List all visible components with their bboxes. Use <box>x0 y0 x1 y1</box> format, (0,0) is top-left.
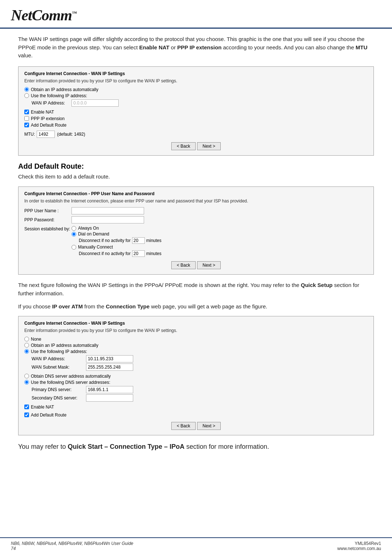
session-label: Session established by: <box>24 226 72 231</box>
dns-radio-auto[interactable]: Obtain DNS server address automatically <box>24 374 368 379</box>
session-dial-demand[interactable]: Dial on Demand <box>72 231 162 237</box>
session-manually[interactable]: Manually Connect <box>72 245 162 250</box>
ppp-user-label: PPP User Name : <box>24 208 72 213</box>
config-box-3: Configure Internet Connection - WAN IP S… <box>18 316 374 435</box>
radio3-manual-label: Use the following IP address: <box>31 349 87 354</box>
radio-obtain-auto-input[interactable] <box>24 87 29 92</box>
add-default-route-checkbox-3[interactable]: Add Default Route <box>24 413 368 418</box>
radio3-auto-input[interactable] <box>24 343 29 348</box>
dns-radio-manual-label: Use the following DNS server addresses: <box>31 380 110 385</box>
radio3-manual-input[interactable] <box>24 349 29 354</box>
radio-none-input[interactable] <box>24 337 29 341</box>
ppp-ext-input[interactable] <box>24 116 29 121</box>
session-always-on[interactable]: Always On <box>72 226 162 231</box>
radio3-auto-label: Obtain an IP address automatically <box>31 343 98 348</box>
session-dial-demand-input[interactable] <box>72 232 76 237</box>
dns-radio-manual-input[interactable] <box>24 380 29 385</box>
section2-button-row: < Back Next > <box>24 261 368 269</box>
section1-intro: The WAN IP settings page will differ sli… <box>18 35 374 60</box>
wan-subnet-input[interactable] <box>86 364 133 371</box>
final-text: You may refer to Quick Start – Connectio… <box>18 442 374 452</box>
section1-next-button[interactable]: Next > <box>197 142 221 150</box>
primary-dns-label: Primary DNS server: <box>32 387 86 392</box>
add-default-route-input-3[interactable] <box>24 413 29 417</box>
config-box-2-subtitle: In order to establish the Internet conne… <box>24 198 368 204</box>
ppp-ext-label: PPP IP extension <box>31 116 65 121</box>
mtu-input[interactable] <box>37 131 55 138</box>
session-manually-sub: Disconnect if no activity for minutes <box>79 250 162 257</box>
wan-ip-row: WAN IP Address: <box>32 99 368 107</box>
session-minutes-unit-2: minutes <box>146 251 162 256</box>
enable-nat-input[interactable] <box>24 110 29 114</box>
page-wrapper: NetComm™ The WAN IP settings page will d… <box>0 0 392 554</box>
wan-ip-input-3[interactable] <box>86 355 133 362</box>
session-minutes-unit-1: minutes <box>146 238 162 243</box>
section2-next-button[interactable]: Next > <box>197 261 221 269</box>
wan-ip-label: WAN IP Address: <box>32 100 72 106</box>
ppp-pass-input[interactable] <box>72 216 144 223</box>
primary-dns-row: Primary DNS server: <box>32 386 368 393</box>
secondary-dns-input[interactable] <box>86 394 133 402</box>
secondary-dns-row: Secondary DNS server: <box>32 394 368 402</box>
radio3-manual[interactable]: Use the following IP address: <box>24 349 368 354</box>
radio-obtain-auto[interactable]: Obtain an IP address automatically <box>24 87 368 92</box>
logo-text: NetComm <box>11 7 72 24</box>
wan-ip-row-3: WAN IP Address: <box>32 355 368 362</box>
ppp-ext-checkbox[interactable]: PPP IP extension <box>24 116 368 121</box>
session-minutes-input-2[interactable] <box>132 250 145 257</box>
config-box-3-title: Configure Internet Connection - WAN IP S… <box>24 321 368 326</box>
add-default-route-checkbox-1[interactable]: Add Default Route <box>24 123 368 128</box>
session-row: Session established by: Always On Dial o… <box>24 226 368 257</box>
radio-obtain-auto-label: Obtain an IP address automatically <box>31 87 98 92</box>
session-dial-demand-sub: Disconnect if no activity for minutes <box>79 237 162 244</box>
radio-use-following-input[interactable] <box>24 93 29 98</box>
footer: NB6, NB6W, NB6Plus4, NB6Plus4W, NB6Plus4… <box>0 537 392 554</box>
session-disconnect-label-2: Disconnect if no activity for <box>79 251 131 256</box>
enable-nat-input-3[interactable] <box>24 405 29 409</box>
mtu-default: (default: 1492) <box>57 132 85 137</box>
logo: NetComm™ <box>11 7 381 24</box>
config-box-2-title: Configure Internet Connection - PPP User… <box>24 191 368 196</box>
session-always-on-label: Always On <box>78 226 99 231</box>
ppp-user-row: PPP User Name : <box>24 207 368 214</box>
add-default-route-label-1: Add Default Route <box>31 123 66 128</box>
session-dial-demand-label: Dial on Demand <box>78 231 109 237</box>
footer-right: YML854Rev1 www.netcomm.com.au <box>337 541 381 551</box>
config-box-3-subtitle: Enter information provided to you by you… <box>24 328 368 333</box>
add-default-route-input-1[interactable] <box>24 123 29 127</box>
add-default-route-label-3: Add Default Route <box>31 413 66 418</box>
footer-left: NB6, NB6W, NB6Plus4, NB6Plus4W, NB6Plus4… <box>11 541 133 551</box>
radio3-auto[interactable]: Obtain an IP address automatically <box>24 343 368 348</box>
enable-nat-label: Enable NAT <box>31 110 54 115</box>
config-box-1: Configure Internet Connection - WAN IP S… <box>18 66 374 156</box>
dns-radio-manual[interactable]: Use the following DNS server addresses: <box>24 380 368 385</box>
wan-subnet-label: WAN Subnet Mask: <box>32 365 86 370</box>
logo-tm: ™ <box>72 11 77 16</box>
primary-dns-input[interactable] <box>86 386 133 393</box>
radio-none[interactable]: None <box>24 337 368 342</box>
main-content: The WAN IP settings page will differ sli… <box>0 29 392 537</box>
session-minutes-input-1[interactable] <box>132 237 145 244</box>
radio-use-following-label: Use the following IP address: <box>31 93 87 98</box>
footer-rev: YML854Rev1 <box>337 541 381 546</box>
enable-nat-checkbox-3[interactable]: Enable NAT <box>24 405 368 410</box>
section3-back-button[interactable]: < Back <box>171 422 196 430</box>
section3-button-row: < Back Next > <box>24 422 368 430</box>
dns-radio-auto-label: Obtain DNS server address automatically <box>31 374 111 379</box>
session-always-on-input[interactable] <box>72 226 76 231</box>
ppp-user-input[interactable] <box>72 207 144 214</box>
wan-ip-input[interactable] <box>72 99 119 107</box>
section2-back-button[interactable]: < Back <box>171 261 196 269</box>
enable-nat-checkbox[interactable]: Enable NAT <box>24 110 368 115</box>
session-manually-input[interactable] <box>72 245 76 250</box>
section3-next-button[interactable]: Next > <box>197 422 221 430</box>
section2-heading-text: Add Default Route: <box>18 162 84 170</box>
config-box-2: Configure Internet Connection - PPP User… <box>18 186 374 275</box>
section1-back-button[interactable]: < Back <box>171 142 196 150</box>
section3-para2: If you choose IP over ATM from the Conne… <box>18 303 374 311</box>
section2-desc: Check this item to add a default route. <box>18 173 374 181</box>
secondary-dns-label: Secondary DNS server: <box>32 395 86 401</box>
dns-radio-auto-input[interactable] <box>24 374 29 378</box>
ppp-pass-label: PPP Password: <box>24 217 72 222</box>
radio-use-following[interactable]: Use the following IP address: <box>24 93 368 98</box>
